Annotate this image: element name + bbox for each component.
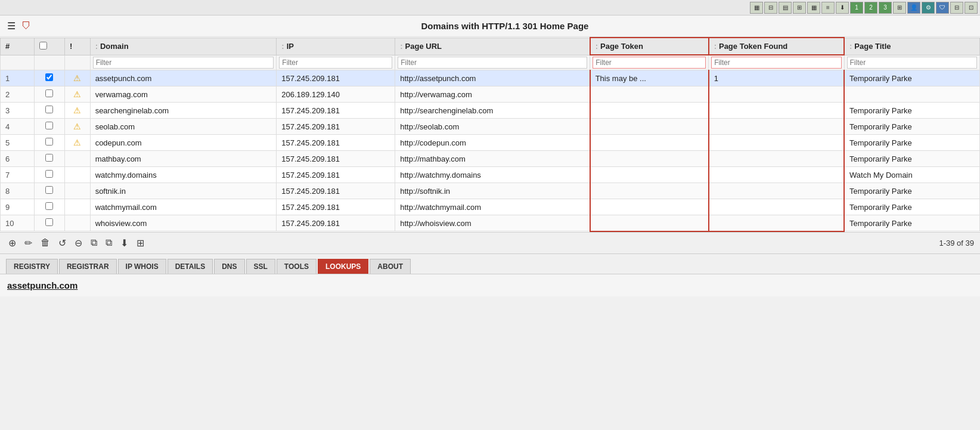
filter-token-found[interactable] — [709, 55, 844, 70]
page-title: Domains with HTTP/1.1 301 Home Page — [37, 21, 973, 31]
row-checkbox-cell[interactable] — [34, 215, 64, 231]
row-alert-cell: ⚠ — [65, 103, 91, 119]
row-domain: mathbay.com — [90, 151, 277, 167]
num2-icon[interactable]: 2 — [864, 2, 877, 14]
filter-token-input[interactable] — [593, 57, 706, 69]
window-icon[interactable]: ⊟ — [764, 2, 777, 14]
tab-about[interactable]: ABOUT — [370, 259, 411, 274]
tab-registry[interactable]: REGISTRY — [6, 259, 58, 274]
row-domain: codepun.com — [90, 135, 277, 151]
row-checkbox-cell[interactable] — [34, 167, 64, 183]
remove-button[interactable]: ⊖ — [72, 236, 85, 250]
delete-button[interactable]: 🗑 — [38, 236, 52, 249]
filter-check — [34, 55, 64, 70]
row-title: Temporarily Parke — [844, 215, 979, 231]
row-alert-cell — [65, 151, 91, 167]
tab-dns[interactable]: DNS — [214, 259, 244, 274]
row-token — [590, 151, 709, 167]
num1-icon[interactable]: 1 — [850, 2, 863, 14]
edit-button[interactable]: ✏ — [22, 236, 35, 250]
filter-url[interactable] — [395, 55, 590, 70]
row-checkbox-cell[interactable] — [34, 119, 64, 135]
row-checkbox[interactable] — [45, 73, 53, 81]
nav-tabs: REGISTRY REGISTRAR IP WHOIS DETAILS DNS … — [0, 254, 980, 274]
row-ip: 157.245.209.181 — [277, 167, 395, 183]
domain-link-bar: assetpunch.com — [0, 274, 980, 296]
row-ip: 157.245.209.181 — [277, 70, 395, 86]
row-checkbox[interactable] — [45, 186, 53, 194]
domain-link[interactable]: assetpunch.com — [7, 280, 77, 290]
chart-icon[interactable]: ▦ — [807, 2, 820, 14]
row-num: 4 — [1, 119, 35, 135]
shield-icon[interactable]: 🛡 — [936, 2, 949, 14]
filter-domain[interactable] — [90, 55, 277, 70]
filter-token[interactable] — [590, 55, 709, 70]
row-checkbox[interactable] — [45, 89, 53, 97]
row-checkbox-cell[interactable] — [34, 86, 64, 103]
num3-icon[interactable]: 3 — [879, 2, 892, 14]
filter-ip[interactable] — [277, 55, 395, 70]
user-icon[interactable]: 👤 — [907, 2, 920, 14]
row-num: 6 — [1, 151, 35, 167]
col-header-token: :Page Token — [590, 38, 709, 55]
row-checkbox[interactable] — [45, 138, 53, 146]
filter-title-input[interactable] — [847, 57, 977, 69]
row-url: http://mathbay.com — [395, 151, 590, 167]
filter-domain-input[interactable] — [93, 57, 274, 69]
row-checkbox[interactable] — [45, 106, 53, 113]
row-checkbox-cell[interactable] — [34, 183, 64, 199]
grid-icon[interactable]: ▦ — [750, 2, 763, 14]
tab-ssl[interactable]: SSL — [246, 259, 275, 274]
row-token — [590, 167, 709, 183]
tab-ip-whois[interactable]: IP WHOIS — [118, 259, 166, 274]
funnel-icon[interactable]: ⛉ — [21, 21, 31, 32]
row-checkbox[interactable] — [45, 170, 53, 178]
grid2-icon[interactable]: ⊞ — [893, 2, 906, 14]
row-checkbox[interactable] — [45, 122, 53, 129]
split-icon[interactable]: ⊞ — [793, 2, 806, 14]
extra2-icon[interactable]: ⊡ — [965, 2, 978, 14]
filter-title[interactable] — [844, 55, 979, 70]
filter-num — [1, 55, 35, 70]
row-checkbox-cell[interactable] — [34, 103, 64, 119]
hamburger-icon[interactable]: ☰ — [7, 20, 15, 32]
row-num: 10 — [1, 215, 35, 231]
row-checkbox-cell[interactable] — [34, 151, 64, 167]
tab-lookups[interactable]: LOOKUPS — [318, 259, 368, 274]
copy2-button[interactable]: ⧉ — [103, 236, 114, 249]
download-button[interactable]: ⬇ — [118, 236, 131, 250]
tab-registrar[interactable]: REGISTRAR — [59, 259, 117, 274]
row-url: http://assetpunch.com — [395, 70, 590, 86]
header-bar: ☰ ⛉ Domains with HTTP/1.1 301 Home Page — [0, 16, 980, 37]
row-checkbox-cell[interactable] — [34, 199, 64, 215]
filter-token-found-input[interactable] — [711, 57, 841, 69]
select-all-checkbox[interactable] — [39, 42, 47, 50]
col-header-token-found: :Page Token Found — [709, 38, 844, 55]
table-icon[interactable]: ▤ — [779, 2, 792, 14]
export-icon[interactable]: ⬇ — [836, 2, 849, 14]
filter-ip-input[interactable] — [279, 57, 392, 69]
tab-details[interactable]: DETAILS — [168, 259, 213, 274]
row-checkbox[interactable] — [45, 202, 53, 210]
row-domain: verwamag.com — [90, 86, 277, 103]
table-filter-row — [1, 55, 980, 70]
row-token — [590, 135, 709, 151]
row-checkbox-cell[interactable] — [34, 70, 64, 86]
list-icon[interactable]: ≡ — [821, 2, 835, 14]
add-button[interactable]: ⊕ — [6, 236, 18, 250]
filter-url-input[interactable] — [398, 57, 587, 69]
row-checkbox[interactable] — [45, 218, 53, 226]
settings-icon[interactable]: ⚙ — [922, 2, 935, 14]
row-alert-cell — [65, 199, 91, 215]
row-checkbox[interactable] — [45, 154, 53, 162]
refresh-button[interactable]: ↺ — [56, 236, 69, 250]
extra1-icon[interactable]: ⊟ — [950, 2, 963, 14]
grid3-button[interactable]: ⊞ — [134, 236, 147, 250]
tab-tools[interactable]: TOOLS — [277, 259, 317, 274]
col-header-alert: ! — [65, 38, 91, 55]
row-title: Temporarily Parke — [844, 135, 979, 151]
row-alert-cell: ⚠ — [65, 135, 91, 151]
copy1-button[interactable]: ⧉ — [88, 236, 100, 249]
main-table-container: # ! :Domain :IP :Page URL :Page Token :P… — [0, 37, 980, 232]
row-checkbox-cell[interactable] — [34, 135, 64, 151]
